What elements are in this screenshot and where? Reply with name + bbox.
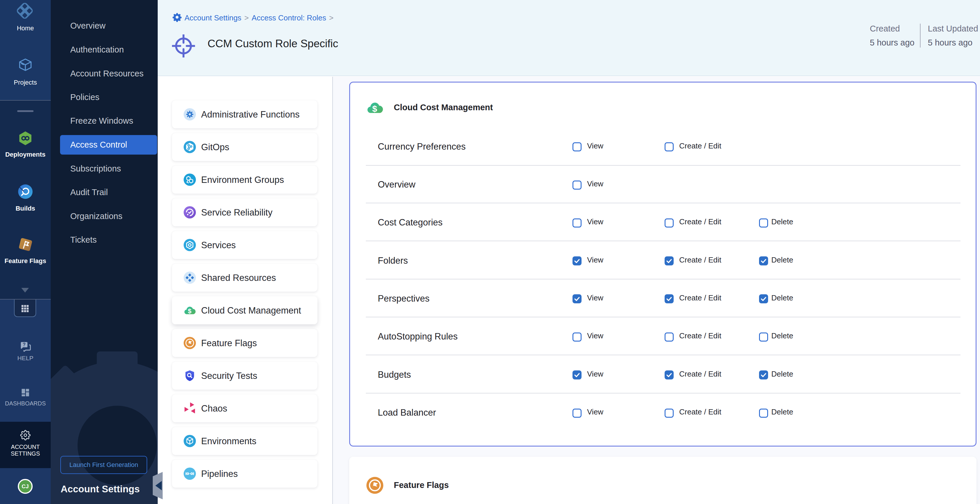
svg-text:?: ?: [23, 342, 25, 347]
svg-text:$: $: [372, 104, 377, 113]
svg-text:$: $: [188, 308, 191, 315]
